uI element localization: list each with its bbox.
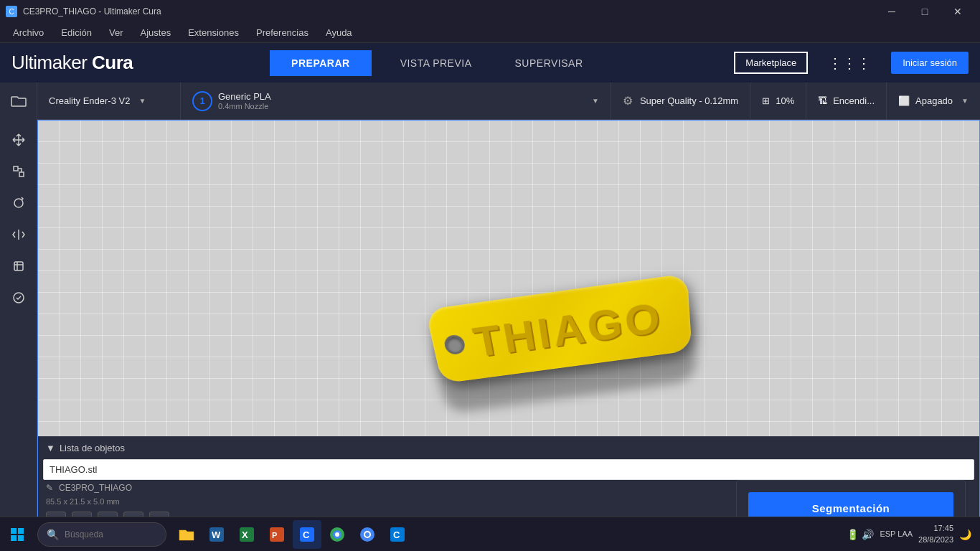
volume-icon: 🔊 <box>862 529 874 540</box>
start-button[interactable] <box>0 517 34 552</box>
search-icon: 🔍 <box>47 529 59 540</box>
material-badge: 1 <box>192 91 212 111</box>
svg-rect-5 <box>18 528 24 534</box>
close-button[interactable]: ✕ <box>941 0 974 23</box>
infill-icon: ⊞ <box>762 95 770 106</box>
app-icon: C <box>6 6 17 17</box>
material-selector[interactable]: 1 Generic PLA 0.4mm Nozzle ▼ <box>181 83 611 120</box>
taskbar-system-icons: 🔋 🔊 <box>847 529 874 540</box>
material-sub: 0.4mm Nozzle <box>218 102 583 110</box>
taskbar-app-cura[interactable]: C <box>293 520 321 549</box>
quality-settings[interactable]: ⚙ Super Quality - 0.12mm <box>611 83 750 120</box>
date-value: 28/8/2023 <box>918 534 953 545</box>
main-area: THIAGO ▼ Lista de objetos THIAGO.stl ✎ C… <box>0 120 980 551</box>
keychain-text: THIAGO <box>469 292 664 367</box>
printer-selector[interactable]: Creality Ender-3 V2 ▼ <box>37 83 181 120</box>
title-bar-text: CE3PRO_THIAGO - Ultimaker Cura <box>23 6 161 17</box>
app-logo: Ultimaker Cura <box>11 52 133 74</box>
svg-text:W: W <box>212 529 221 540</box>
taskbar-app-office[interactable]: P <box>263 520 291 549</box>
menu-extensiones[interactable]: Extensiones <box>181 25 246 40</box>
seam-tool[interactable] <box>4 283 33 312</box>
menu-archivo[interactable]: Archivo <box>6 25 51 40</box>
infill-value: 10% <box>776 95 794 106</box>
svg-rect-1 <box>19 172 24 176</box>
menu-preferencias[interactable]: Preferencias <box>249 25 316 40</box>
printer-chevron: ▼ <box>138 97 146 105</box>
svg-rect-6 <box>11 535 17 541</box>
scale-tool[interactable] <box>4 157 33 186</box>
svg-rect-7 <box>18 535 24 541</box>
monitor-button[interactable]: SUPERVISAR <box>501 52 598 75</box>
objects-collapse-arrow[interactable]: ▼ <box>46 443 55 453</box>
title-bar-controls[interactable]: ─ □ ✕ <box>875 0 974 23</box>
svg-point-18 <box>335 532 339 537</box>
battery-icon: 🔋 <box>847 529 859 540</box>
edit-icon[interactable]: ✎ <box>46 483 53 493</box>
adhesion-chevron: ▼ <box>961 97 969 105</box>
svg-point-21 <box>365 532 369 537</box>
svg-text:C: C <box>393 529 400 540</box>
minimize-button[interactable]: ─ <box>875 0 908 23</box>
notification-icon: 🌙 <box>959 529 971 540</box>
svg-text:P: P <box>272 531 277 540</box>
keychain-hole <box>443 334 466 356</box>
marketplace-button[interactable]: Marketplace <box>734 52 808 74</box>
taskbar-app-maps[interactable] <box>323 520 352 549</box>
time-value: 17:45 <box>918 523 953 534</box>
taskbar-search[interactable]: 🔍 <box>37 522 166 547</box>
taskbar-language: ESP LAA <box>880 529 913 539</box>
title-bar: C CE3PRO_THIAGO - Ultimaker Cura ─ □ ✕ <box>0 0 980 23</box>
svg-text:C: C <box>303 529 310 540</box>
svg-rect-4 <box>11 528 17 534</box>
taskbar-app-excel[interactable]: X <box>232 520 261 549</box>
taskbar-app-cura2[interactable]: C <box>383 520 412 549</box>
object-model-label: CE3PRO_THIAGO <box>59 483 132 493</box>
printer-name: Creality Ender-3 V2 <box>49 95 130 106</box>
taskbar-app-explorer[interactable] <box>172 520 201 549</box>
preview-button[interactable]: VISTA PREVIA <box>386 52 486 75</box>
3d-object-container[interactable]: THIAGO <box>431 291 689 370</box>
prepare-button[interactable]: PREPARAR <box>270 50 372 76</box>
taskbar: 🔍 W X P <box>0 517 980 551</box>
support-selector[interactable]: 🏗 Encendi... <box>806 83 887 120</box>
menu-ajustes[interactable]: Ajustes <box>133 25 179 40</box>
taskbar-app-word[interactable]: W <box>202 520 231 549</box>
title-bar-left: C CE3PRO_THIAGO - Ultimaker Cura <box>6 6 161 17</box>
search-input[interactable] <box>65 529 143 540</box>
support-icon: 🏗 <box>818 95 827 106</box>
viewport[interactable]: THIAGO ▼ Lista de objetos THIAGO.stl ✎ C… <box>37 120 980 551</box>
objects-header-label: Lista de objetos <box>60 443 125 453</box>
material-info: Generic PLA 0.4mm Nozzle <box>218 91 583 110</box>
adhesion-selector[interactable]: ⬜ Apagado ▼ <box>887 83 980 120</box>
open-folder-button[interactable] <box>0 83 37 120</box>
adhesion-label: Apagado <box>915 95 953 106</box>
svg-rect-2 <box>14 262 23 270</box>
taskbar-time: 17:45 28/8/2023 <box>918 523 953 545</box>
signin-button[interactable]: Iniciar sesión <box>891 52 969 74</box>
support-label: Encendi... <box>833 95 875 106</box>
infill-selector[interactable]: ⊞ 10% <box>750 83 806 120</box>
svg-rect-0 <box>14 166 18 171</box>
material-chevron: ▼ <box>592 97 599 105</box>
objects-header: ▼ Lista de objetos <box>37 437 980 459</box>
maximize-button[interactable]: □ <box>908 0 941 23</box>
object-list-item[interactable]: THIAGO.stl <box>43 459 974 480</box>
menu-bar: Archivo Edición Ver Ajustes Extensiones … <box>0 23 980 43</box>
grid-icon[interactable]: ⋮⋮⋮ <box>822 52 877 75</box>
left-toolbar <box>0 120 37 551</box>
material-name: Generic PLA <box>218 91 583 102</box>
support-tool[interactable] <box>4 252 33 281</box>
mirror-tool[interactable] <box>4 220 33 249</box>
adhesion-icon: ⬜ <box>898 95 910 106</box>
move-tool[interactable] <box>4 126 33 154</box>
rotate-tool[interactable] <box>4 189 33 217</box>
menu-ver[interactable]: Ver <box>102 25 131 40</box>
settings-icon: ⚙ <box>623 94 633 108</box>
svg-text:X: X <box>242 529 248 540</box>
taskbar-app-chrome[interactable] <box>353 520 382 549</box>
menu-ayuda[interactable]: Ayuda <box>319 25 359 40</box>
quality-label: Super Quality - 0.12mm <box>640 95 738 106</box>
menu-edicion[interactable]: Edición <box>54 25 99 40</box>
taskbar-apps: W X P C <box>169 520 838 549</box>
